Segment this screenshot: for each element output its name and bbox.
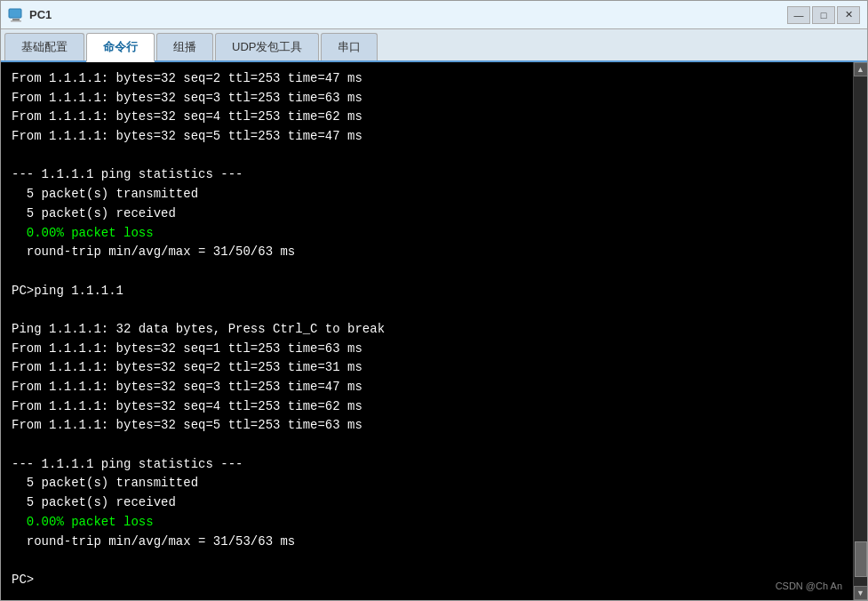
scroll-down-button[interactable]: ▼ [854,586,868,600]
terminal-output[interactable]: From 1.1.1.1: bytes=32 seq=2 ttl=253 tim… [1,62,853,600]
tab-multicast[interactable]: 组播 [156,33,213,60]
scroll-up-button[interactable]: ▲ [854,62,868,76]
tab-serial[interactable]: 串口 [321,33,378,60]
terminal-container: From 1.1.1.1: bytes=32 seq=2 ttl=253 tim… [1,62,867,600]
tab-basic[interactable]: 基础配置 [4,33,84,60]
tab-udp[interactable]: UDP发包工具 [215,33,319,60]
maximize-button[interactable]: □ [812,6,835,24]
title-bar: PC1 — □ ✕ [1,1,867,29]
scrollbar: ▲ ▼ [853,62,867,600]
svg-rect-0 [9,9,21,18]
title-bar-left: PC1 [8,7,52,23]
tab-bar: 基础配置 命令行 组播 UDP发包工具 串口 [1,29,867,62]
tab-cmd[interactable]: 命令行 [86,33,155,62]
computer-icon [8,7,24,23]
scroll-thumb[interactable] [855,541,867,577]
close-button[interactable]: ✕ [837,6,860,24]
svg-rect-2 [11,20,21,22]
svg-rect-1 [12,19,20,20]
minimize-button[interactable]: — [787,6,810,24]
title-bar-buttons: — □ ✕ [787,6,860,24]
window-title: PC1 [29,8,52,21]
main-window: PC1 — □ ✕ 基础配置 命令行 组播 UDP发包工具 串口 From 1.… [0,0,868,601]
scroll-track [854,76,867,586]
